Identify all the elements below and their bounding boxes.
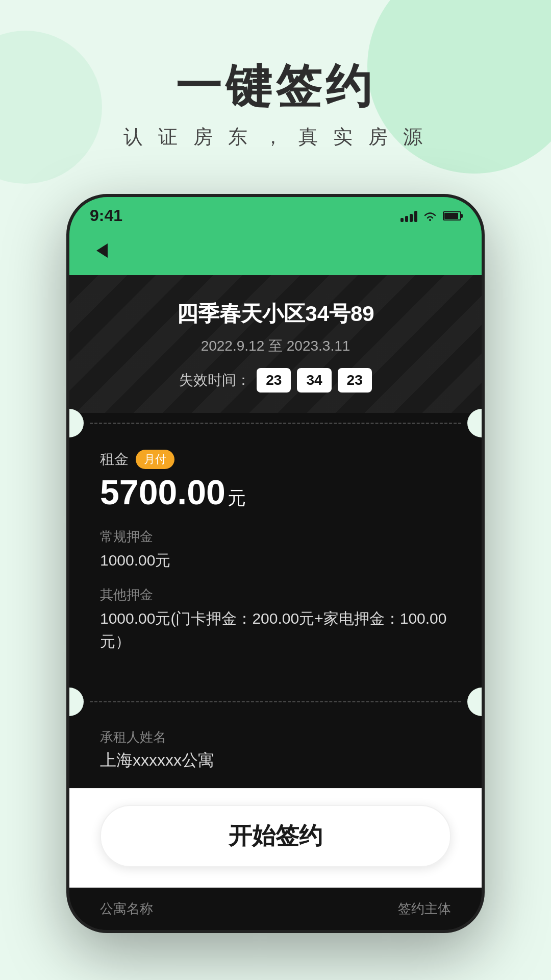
bottom-action-area: 开始签约 — [69, 788, 482, 888]
rent-header: 租金 月付 — [100, 450, 451, 469]
deposit-regular-value: 1000.00元 — [100, 549, 451, 572]
ticket-header: 四季春天小区34号89 2022.9.12 至 2023.3.11 失效时间： … — [69, 275, 482, 413]
time-block-minutes: 34 — [297, 368, 331, 393]
main-title: 一键签约 — [0, 61, 551, 112]
tenant-name-value: 上海xxxxxx公寓 — [100, 749, 451, 772]
sign-button[interactable]: 开始签约 — [100, 805, 451, 867]
ticket-divider-bottom — [69, 692, 482, 712]
rent-amount-row: 5700.00 元 — [100, 473, 451, 511]
ticket-divider-top — [69, 413, 482, 433]
time-block-hours: 23 — [257, 368, 291, 393]
expiry-row: 失效时间： 23 34 23 — [100, 368, 451, 393]
wifi-icon — [422, 210, 438, 222]
property-name: 四季春天小区34号89 — [100, 300, 451, 328]
phone-wrapper: 9:41 — [66, 194, 485, 933]
deposit-other-value: 1000.00元(门卡押金：200.00元+家电押金：100.00元） — [100, 607, 451, 653]
phone-frame: 9:41 — [66, 194, 485, 933]
sub-title: 认 证 房 东 ， 真 实 房 源 — [0, 124, 551, 150]
rent-label: 租金 — [100, 450, 129, 469]
lease-period: 2022.9.12 至 2023.3.11 — [100, 336, 451, 356]
deposit-other-label: 其他押金 — [100, 586, 451, 604]
bottom-partial-row: 公寓名称 签约主体 — [69, 888, 482, 930]
rent-section: 租金 月付 5700.00 元 — [100, 450, 451, 511]
pay-type-badge: 月付 — [136, 450, 174, 469]
time-block-seconds: 23 — [338, 368, 372, 393]
signee-label: 签约主体 — [398, 900, 451, 918]
status-time: 9:41 — [90, 206, 122, 225]
rent-amount: 5700.00 — [100, 473, 226, 511]
svg-point-0 — [429, 219, 431, 221]
back-button[interactable] — [90, 238, 114, 263]
expiry-label: 失效时间： — [179, 371, 251, 390]
battery-icon — [443, 211, 461, 220]
deposit-other-section: 其他押金 1000.00元(门卡押金：200.00元+家电押金：100.00元） — [100, 586, 451, 653]
signal-icon — [400, 210, 417, 222]
status-bar: 9:41 — [69, 197, 482, 230]
tenant-section: 承租人姓名 上海xxxxxx公寓 — [69, 716, 482, 788]
rent-unit: 元 — [228, 487, 246, 508]
deposit-regular-label: 常规押金 — [100, 528, 451, 546]
back-arrow-icon — [96, 243, 108, 258]
company-label: 公寓名称 — [100, 900, 153, 918]
nav-bar — [69, 230, 482, 275]
ticket-body: 租金 月付 5700.00 元 常规押金 1000.00元 其他押金 1000.… — [69, 433, 482, 688]
tenant-name-label: 承租人姓名 — [100, 728, 451, 746]
status-icons — [400, 210, 461, 222]
header-section: 一键签约 认 证 房 东 ， 真 实 房 源 — [0, 0, 551, 150]
deposit-regular-section: 常规押金 1000.00元 — [100, 528, 451, 572]
